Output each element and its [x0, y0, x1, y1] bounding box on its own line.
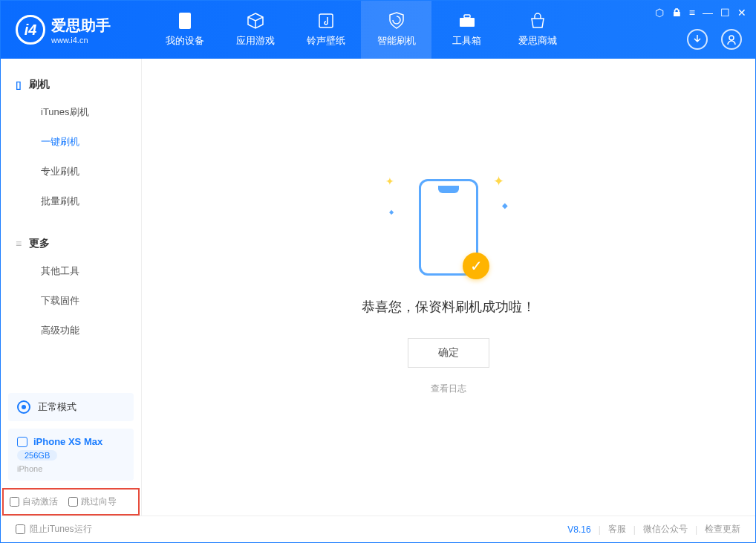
download-icon[interactable] [687, 29, 708, 50]
sidebar-item-itunes-flash[interactable]: iTunes刷机 [1, 97, 141, 127]
sidebar-item-other-tools[interactable]: 其他工具 [1, 256, 141, 286]
sidebar-item-advanced[interactable]: 高级功能 [1, 316, 141, 345]
tab-toolbox[interactable]: 工具箱 [431, 1, 502, 59]
mode-icon [17, 400, 30, 414]
app-name: 爱思助手 [51, 16, 111, 36]
svg-rect-2 [460, 18, 475, 27]
app-header: i4 爱思助手 www.i4.cn 我的设备 应用游戏 铃声壁纸 智能刷机 工具… [1, 1, 755, 59]
window-controls: ⬡ 🔒︎ ≡ — ☐ ✕ [646, 1, 755, 25]
lock-icon[interactable]: 🔒︎ [671, 7, 682, 19]
nav-tabs: 我的设备 应用游戏 铃声壁纸 智能刷机 工具箱 爱思商城 [149, 1, 573, 59]
sidebar-item-download-firmware[interactable]: 下载固件 [1, 286, 141, 316]
skip-guide-checkbox[interactable]: 跳过向导 [68, 495, 117, 508]
menu-icon[interactable]: ≡ [689, 7, 695, 19]
sidebar-section-flash: ▯ 刷机 [1, 72, 141, 97]
sidebar-item-pro-flash[interactable]: 专业刷机 [1, 157, 141, 186]
footer-link-support[interactable]: 客服 [608, 523, 626, 536]
auto-activate-checkbox[interactable]: 自动激活 [10, 495, 58, 508]
music-icon [317, 12, 335, 30]
svg-rect-3 [464, 15, 470, 18]
shirt-icon[interactable]: ⬡ [655, 7, 664, 19]
maximize-button[interactable]: ☐ [720, 7, 730, 19]
tab-ringtones[interactable]: 铃声壁纸 [290, 1, 361, 59]
mode-label: 正常模式 [38, 400, 76, 414]
view-log-link[interactable]: 查看日志 [362, 383, 535, 395]
check-icon: ✓ [463, 253, 489, 279]
sidebar-section-more: ≡ 更多 [1, 231, 141, 256]
version-label: V8.16 [567, 524, 590, 535]
device-type: iPhone [17, 464, 125, 473]
options-row: 自动激活 跳过向导 [2, 488, 140, 516]
success-message: 恭喜您，保资料刷机成功啦！ [362, 298, 535, 316]
device-capacity: 256GB [17, 450, 57, 461]
confirm-button[interactable]: 确定 [408, 338, 489, 368]
minimize-button[interactable]: — [703, 7, 713, 19]
tab-smart-flash[interactable]: 智能刷机 [361, 1, 431, 59]
tab-store[interactable]: 爱思商城 [502, 1, 573, 59]
svg-point-4 [729, 36, 734, 40]
svg-rect-1 [319, 14, 333, 27]
header-actions [687, 29, 742, 50]
success-illustration: ✓ ✦ ◆ ◆ ✦ [404, 179, 493, 276]
toolbox-icon [458, 12, 476, 30]
close-button[interactable]: ✕ [737, 7, 746, 19]
svg-rect-0 [179, 13, 191, 29]
device-box[interactable]: iPhone XS Max 256GB iPhone [8, 429, 134, 481]
logo-area: i4 爱思助手 www.i4.cn [1, 15, 149, 45]
sidebar-item-one-click-flash[interactable]: 一键刷机 [1, 127, 141, 157]
shield-icon [388, 12, 405, 30]
logo-icon: i4 [16, 15, 45, 45]
tab-apps-games[interactable]: 应用游戏 [220, 1, 290, 59]
device-phone-icon [17, 437, 27, 447]
app-url: www.i4.cn [51, 36, 111, 45]
list-icon: ≡ [16, 238, 22, 250]
user-icon[interactable] [721, 29, 742, 50]
device-icon [176, 12, 194, 30]
device-name: iPhone XS Max [33, 436, 102, 447]
phone-icon: ▯ [16, 79, 22, 91]
sidebar: ▯ 刷机 iTunes刷机 一键刷机 专业刷机 批量刷机 ≡ 更多 其他工具 下… [1, 59, 142, 516]
footer-link-update[interactable]: 检查更新 [705, 523, 740, 536]
sidebar-item-batch-flash[interactable]: 批量刷机 [1, 186, 141, 216]
footer: 阻止iTunes运行 V8.16 | 客服 | 微信公众号 | 检查更新 [1, 516, 755, 542]
footer-link-wechat[interactable]: 微信公众号 [643, 523, 688, 536]
tab-my-device[interactable]: 我的设备 [149, 1, 220, 59]
main-content: ✓ ✦ ◆ ◆ ✦ 恭喜您，保资料刷机成功啦！ 确定 查看日志 [142, 59, 755, 516]
store-icon [529, 12, 547, 30]
block-itunes-checkbox[interactable]: 阻止iTunes运行 [16, 523, 92, 536]
cube-icon [247, 12, 264, 30]
mode-box[interactable]: 正常模式 [8, 393, 134, 421]
